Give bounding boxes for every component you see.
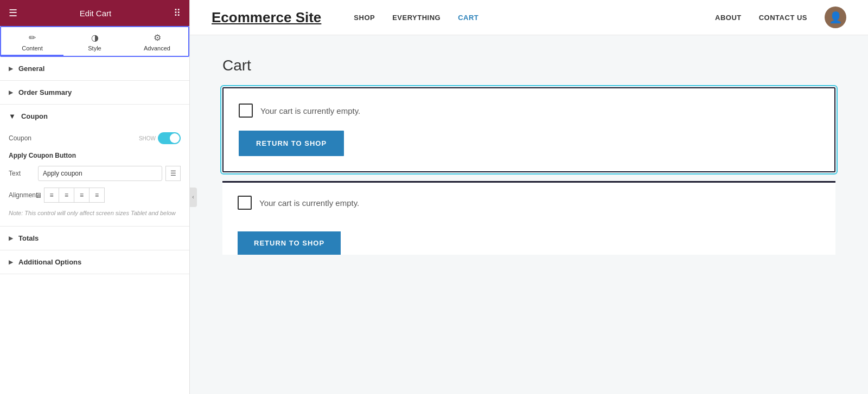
text-input-row: Text ☰ [9,166,181,181]
user-avatar[interactable]: 👤 [825,7,846,28]
tab-content[interactable]: ✏ Content [1,27,63,56]
coupon-body: Coupon SHOW Apply Coupon Button Text ☰ [0,128,189,217]
content-tab-icon: ✏ [29,33,36,43]
alignment-note: Note: This control will only affect scre… [9,209,181,217]
toggle-show-label: SHOW [139,135,156,141]
return-to-shop-btn-1[interactable]: RETURN TO SHOP [239,131,344,156]
site-header: Ecommerce Site SHOP EVERYTHING CART ABOU… [190,0,868,35]
chevron-down-icon: ▼ [9,112,16,120]
site-logo[interactable]: Ecommerce Site [212,9,321,26]
sidebar-content: ▶ General ▶ Order Summary ▼ Coupon Coupo… [0,57,189,394]
tab-style[interactable]: ◑ Style [63,27,126,56]
tab-content-label: Content [22,45,43,51]
chevron-right-icon: ▶ [9,66,13,72]
cart-box-2: Your cart is currently empty. RETURN TO … [222,181,835,255]
nav-links: SHOP EVERYTHING CART [354,14,478,22]
text-field-label: Text [9,170,35,177]
cart-empty-text-2: Your cart is currently empty. [259,198,359,208]
section-general-label: General [18,64,44,73]
collapse-handle[interactable]: ‹ [189,188,197,207]
nav-about[interactable]: ABOUT [715,14,742,22]
coupon-toggle[interactable] [158,132,181,144]
section-order-summary[interactable]: ▶ Order Summary [0,81,189,105]
tab-advanced-label: Advanced [144,45,170,51]
section-coupon-header[interactable]: ▼ Coupon [0,105,189,128]
text-align-icon-btn[interactable]: ☰ [165,166,181,181]
sidebar-header: ☰ Edit Cart ⠿ [0,0,189,26]
align-buttons: ≡ ≡ ≡ ≡ [44,188,105,203]
chevron-right-icon-2: ▶ [9,89,13,95]
return-to-shop-btn-2[interactable]: RETURN TO SHOP [238,231,341,255]
apply-coupon-subsection-label: Apply Coupon Button [9,152,181,159]
chevron-right-icon-4: ▶ [9,259,13,265]
apply-coupon-text-input[interactable] [38,166,162,181]
cart-checkbox-icon-2 [238,196,252,210]
coupon-toggle-row: Coupon SHOW [9,132,181,144]
sidebar: ☰ Edit Cart ⠿ ✏ Content ◑ Style ⚙ Advanc… [0,0,190,394]
section-order-summary-label: Order Summary [18,88,72,96]
tab-style-label: Style [88,45,101,51]
chevron-right-icon-3: ▶ [9,235,13,241]
cart-empty-row-1: Your cart is currently empty. [239,104,819,118]
monitor-icon: 🖥 [35,191,42,199]
advanced-tab-icon: ⚙ [154,33,161,43]
cart-empty-row-2: Your cart is currently empty. [238,196,820,210]
sidebar-tabs: ✏ Content ◑ Style ⚙ Advanced [0,26,189,57]
grid-icon[interactable]: ⠿ [174,7,181,19]
nav-contact-us[interactable]: CONTACT US [759,14,807,22]
section-coupon-label: Coupon [21,112,48,120]
align-justify-btn[interactable]: ≡ [90,188,105,203]
sidebar-title: Edit Cart [80,9,111,18]
section-additional-options[interactable]: ▶ Additional Options [0,250,189,274]
coupon-field-label: Coupon [9,134,139,142]
section-totals[interactable]: ▶ Totals [0,227,189,250]
align-left-btn[interactable]: ≡ [44,188,59,203]
section-totals-label: Totals [18,234,39,242]
section-general[interactable]: ▶ General [0,57,189,81]
style-tab-icon: ◑ [91,33,99,43]
page-title: Cart [222,57,835,74]
section-additional-options-label: Additional Options [18,258,81,266]
main-content: Ecommerce Site SHOP EVERYTHING CART ABOU… [190,0,868,394]
cart-checkbox-icon-1 [239,104,253,118]
page-inner: Cart Your cart is currently empty. RETUR… [190,35,868,394]
nav-shop[interactable]: SHOP [354,14,375,22]
alignment-section: Alignment 🖥 ≡ ≡ ≡ ≡ [9,188,181,203]
nav-right: ABOUT CONTACT US 👤 [715,7,846,28]
coupon-toggle-wrapper: SHOW [139,132,181,144]
collapse-arrow-icon: ‹ [192,194,194,200]
align-right-btn[interactable]: ≡ [74,188,90,203]
cart-empty-text-1: Your cart is currently empty. [260,106,360,115]
nav-cart[interactable]: CART [458,14,478,22]
cart-box-1: Your cart is currently empty. RETURN TO … [222,87,835,172]
page-body: Cart Your cart is currently empty. RETUR… [190,35,868,394]
section-coupon: ▼ Coupon Coupon SHOW Apply Coupon Button… [0,105,189,227]
align-center-btn[interactable]: ≡ [59,188,74,203]
alignment-label: Alignment [9,191,35,199]
nav-everything[interactable]: EVERYTHING [392,14,441,22]
hamburger-icon[interactable]: ☰ [9,7,17,19]
tab-advanced[interactable]: ⚙ Advanced [126,27,188,56]
